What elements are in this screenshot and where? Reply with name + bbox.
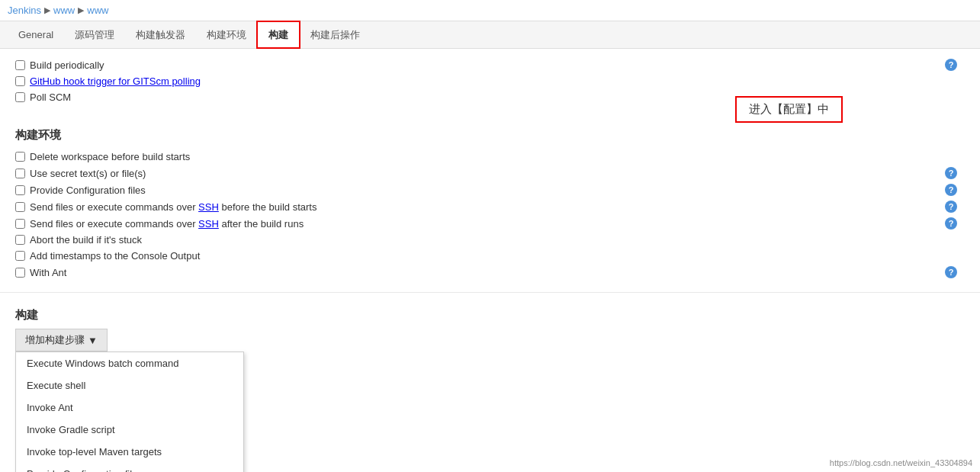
dropdown-item-invoke-gradle[interactable]: Invoke Gradle script bbox=[16, 419, 243, 441]
row-build-periodically: Build periodically ? bbox=[15, 56, 965, 73]
main-content: 进入【配置】中 Build periodically ? GitHub hook… bbox=[0, 49, 980, 472]
build-env-title: 构建环境 bbox=[15, 128, 965, 143]
checkbox-build-periodically[interactable] bbox=[15, 60, 25, 70]
breadcrumb-sep-2: ▶ bbox=[78, 5, 84, 15]
label-add-timestamps: Add timestamps to the Console Output bbox=[30, 250, 200, 262]
annotation-box: 进入【配置】中 bbox=[735, 96, 843, 123]
build-step-dropdown: Execute Windows batch command Execute sh… bbox=[15, 352, 244, 472]
checkbox-add-timestamps[interactable] bbox=[15, 251, 25, 261]
label-with-ant: With Ant bbox=[30, 267, 66, 278]
label-send-files-after: Send files or execute commands over SSH … bbox=[30, 218, 304, 230]
checkbox-abort-build[interactable] bbox=[15, 235, 25, 245]
tab-bar: General 源码管理 构建触发器 构建环境 构建 构建后操作 bbox=[0, 21, 980, 49]
row-provide-config: Provide Configuration files ? bbox=[15, 181, 965, 198]
breadcrumb-jenkins[interactable]: Jenkins bbox=[8, 5, 41, 16]
tab-build-trigger[interactable]: 构建触发器 bbox=[125, 21, 196, 48]
breadcrumb-www1[interactable]: www bbox=[53, 5, 75, 16]
tab-source-management[interactable]: 源码管理 bbox=[64, 21, 125, 48]
row-add-timestamps: Add timestamps to the Console Output bbox=[15, 248, 965, 264]
row-send-files-before: Send files or execute commands over SSH … bbox=[15, 198, 965, 215]
link-ssh-before[interactable]: SSH bbox=[198, 201, 219, 213]
label-build-periodically: Build periodically bbox=[30, 59, 104, 71]
tab-general[interactable]: General bbox=[8, 21, 64, 48]
breadcrumb-bar: Jenkins ▶ www ▶ www bbox=[0, 0, 980, 21]
add-step-container: 增加构建步骤 ▼ Execute Windows batch command E… bbox=[15, 329, 108, 352]
help-icon-provide-config[interactable]: ? bbox=[945, 184, 957, 196]
help-icon-send-after[interactable]: ? bbox=[945, 217, 957, 230]
build-section-title: 构建 bbox=[15, 308, 965, 323]
help-icon-with-ant[interactable]: ? bbox=[945, 266, 957, 278]
build-main-section: 构建 增加构建步骤 ▼ Execute Windows batch comman… bbox=[0, 292, 980, 359]
dropdown-item-execute-shell[interactable]: Execute shell bbox=[16, 374, 243, 397]
help-icon-use-secret[interactable]: ? bbox=[945, 167, 957, 179]
label-use-secret: Use secret text(s) or file(s) bbox=[30, 168, 146, 179]
dropdown-item-invoke-maven[interactable]: Invoke top-level Maven targets bbox=[16, 441, 243, 463]
tab-post-build[interactable]: 构建后操作 bbox=[300, 21, 371, 48]
row-abort-build: Abort the build if it's stuck bbox=[15, 232, 965, 248]
build-env-section: 构建环境 Delete workspace before build start… bbox=[0, 113, 980, 288]
checkbox-send-files-after[interactable] bbox=[15, 219, 25, 229]
tab-build[interactable]: 构建 bbox=[257, 21, 300, 48]
checkbox-poll-scm[interactable] bbox=[15, 92, 25, 102]
row-use-secret: Use secret text(s) or file(s) ? bbox=[15, 165, 965, 181]
dropdown-item-execute-windows[interactable]: Execute Windows batch command bbox=[16, 352, 243, 374]
add-build-step-button[interactable]: 增加构建步骤 ▼ bbox=[15, 329, 108, 352]
row-send-files-after: Send files or execute commands over SSH … bbox=[15, 215, 965, 232]
breadcrumb-www2[interactable]: www bbox=[87, 5, 108, 16]
dropdown-arrow-icon: ▼ bbox=[88, 335, 98, 346]
help-icon-build-periodically[interactable]: ? bbox=[945, 59, 957, 71]
row-delete-workspace: Delete workspace before build starts bbox=[15, 149, 965, 165]
tab-build-env[interactable]: 构建环境 bbox=[196, 21, 257, 48]
checkbox-with-ant[interactable] bbox=[15, 268, 25, 278]
label-send-files-before: Send files or execute commands over SSH … bbox=[30, 201, 316, 213]
checkbox-send-files-before[interactable] bbox=[15, 202, 25, 212]
label-poll-scm: Poll SCM bbox=[30, 92, 71, 103]
checkbox-delete-workspace[interactable] bbox=[15, 152, 25, 162]
label-delete-workspace: Delete workspace before build starts bbox=[30, 151, 190, 162]
row-github-hook: GitHub hook trigger for GITScm polling bbox=[15, 73, 965, 89]
help-icon-send-before[interactable]: ? bbox=[945, 201, 957, 213]
checkbox-github-hook[interactable] bbox=[15, 76, 25, 86]
link-ssh-after[interactable]: SSH bbox=[198, 218, 219, 230]
dropdown-item-invoke-ant[interactable]: Invoke Ant bbox=[16, 397, 243, 419]
add-step-label: 增加构建步骤 bbox=[25, 333, 85, 347]
dropdown-item-provide-config-files[interactable]: Provide Configuration files bbox=[16, 463, 243, 472]
link-github-hook[interactable]: GitHub hook trigger for GITScm polling bbox=[30, 75, 201, 87]
label-abort-build: Abort the build if it's stuck bbox=[30, 234, 142, 246]
label-provide-config: Provide Configuration files bbox=[30, 185, 146, 196]
breadcrumb-sep-1: ▶ bbox=[44, 5, 50, 15]
checkbox-provide-config[interactable] bbox=[15, 185, 25, 195]
watermark-text: https://blog.csdn.net/weixin_43304894 bbox=[830, 458, 972, 467]
checkbox-use-secret[interactable] bbox=[15, 169, 25, 178]
label-github-hook: GitHub hook trigger for GITScm polling bbox=[30, 75, 201, 87]
row-with-ant: With Ant ? bbox=[15, 264, 965, 281]
